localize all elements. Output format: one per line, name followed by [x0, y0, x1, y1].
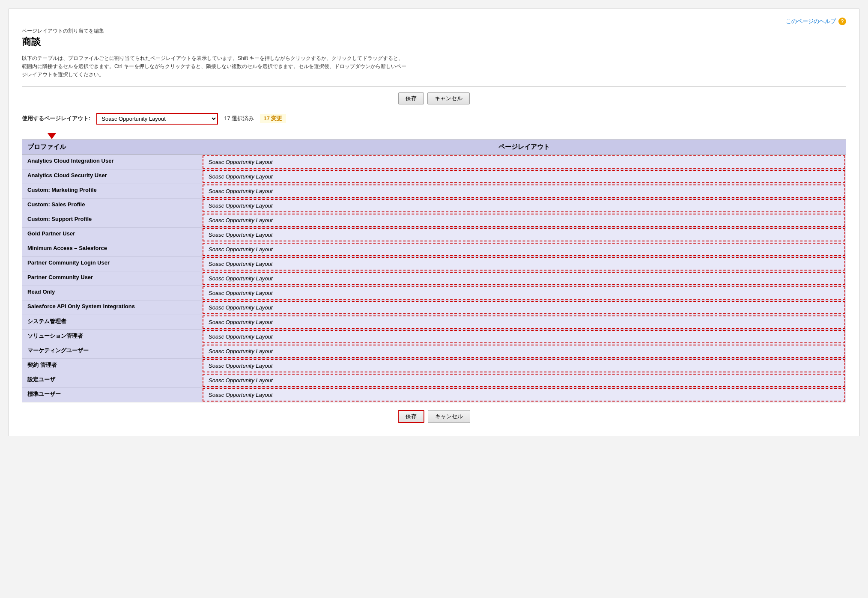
layout-selector-row: 使用するページレイアウト: Soasc Opportunity Layout 1… [22, 113, 846, 125]
table-row: Minimum Access – SalesforceSoasc Opportu… [22, 242, 846, 257]
cell-layout[interactable]: Soasc Opportunity Layout [203, 243, 845, 256]
table-row: Custom: Marketing ProfileSoasc Opportuni… [22, 184, 846, 199]
cell-layout[interactable]: Soasc Opportunity Layout [203, 155, 845, 169]
cancel-button-top[interactable]: キャンセル [427, 92, 470, 104]
cell-layout[interactable]: Soasc Opportunity Layout [203, 272, 845, 285]
header-layout: ページレイアウト [202, 140, 846, 155]
help-bar: このページのヘルプ ? [22, 18, 846, 25]
cell-profile[interactable]: システム管理者 [22, 315, 202, 329]
cell-profile[interactable]: 設定ユーザ [22, 373, 202, 387]
cell-profile[interactable]: Salesforce API Only System Integrations [22, 300, 202, 315]
cell-profile[interactable]: Custom: Sales Profile [22, 199, 202, 213]
help-icon[interactable]: ? [838, 18, 846, 25]
table-row: 標準ユーザーSoasc Opportunity Layout [22, 388, 846, 402]
table-body: Analytics Cloud Integration UserSoasc Op… [22, 155, 846, 402]
cell-profile[interactable]: Read Only [22, 286, 202, 300]
cell-profile[interactable]: Gold Partner User [22, 228, 202, 242]
layout-select-dropdown[interactable]: Soasc Opportunity Layout [97, 114, 217, 124]
cell-profile[interactable]: Analytics Cloud Security User [22, 170, 202, 184]
top-button-bar: 保存 キャンセル [22, 92, 846, 104]
cancel-button-bottom[interactable]: キャンセル [428, 410, 470, 423]
cell-layout[interactable]: Soasc Opportunity Layout [203, 257, 845, 271]
cell-profile[interactable]: Analytics Cloud Integration User [22, 155, 202, 169]
cell-layout[interactable]: Soasc Opportunity Layout [203, 301, 845, 314]
table-row: Partner Community UserSoasc Opportunity … [22, 271, 846, 286]
table-row: Partner Community Login UserSoasc Opport… [22, 257, 846, 271]
profile-layout-table: プロファイル ページレイアウト Analytics Cloud Integrat… [22, 139, 846, 402]
cell-profile[interactable]: 標準ユーザー [22, 388, 202, 402]
table-row: Gold Partner UserSoasc Opportunity Layou… [22, 228, 846, 242]
cell-layout[interactable]: Soasc Opportunity Layout [203, 199, 845, 212]
cell-profile[interactable]: Custom: Support Profile [22, 213, 202, 227]
cell-profile[interactable]: マーケティングユーザー [22, 344, 202, 358]
cell-layout[interactable]: Soasc Opportunity Layout [203, 374, 845, 387]
cell-profile[interactable]: Partner Community Login User [22, 257, 202, 271]
cell-layout[interactable]: Soasc Opportunity Layout [203, 345, 845, 358]
cell-profile[interactable]: Minimum Access – Salesforce [22, 242, 202, 256]
layout-select-wrapper: Soasc Opportunity Layout [96, 113, 218, 125]
cell-layout[interactable]: Soasc Opportunity Layout [203, 359, 845, 372]
page-description: 以下のテーブルは、プロファイルごとに割り当てられたページレイアウトを表示していま… [22, 54, 407, 79]
header-profile: プロファイル [22, 140, 202, 155]
table-row: Salesforce API Only System IntegrationsS… [22, 300, 846, 315]
table-row: ソリューション管理者Soasc Opportunity Layout [22, 330, 846, 344]
table-row: Analytics Cloud Integration UserSoasc Op… [22, 155, 846, 170]
cell-layout[interactable]: Soasc Opportunity Layout [203, 214, 845, 227]
table-header: プロファイル ページレイアウト [22, 140, 846, 155]
bottom-button-bar: 保存 キャンセル [22, 410, 846, 423]
cell-layout[interactable]: Soasc Opportunity Layout [203, 388, 845, 402]
page-title: 商談 [22, 36, 846, 48]
cell-profile[interactable]: Partner Community User [22, 271, 202, 286]
table-row: Analytics Cloud Security UserSoasc Oppor… [22, 170, 846, 184]
layout-selector-label: 使用するページレイアウト: [22, 115, 90, 122]
cell-profile[interactable]: Custom: Marketing Profile [22, 184, 202, 198]
save-button-bottom[interactable]: 保存 [398, 410, 424, 423]
cell-layout[interactable]: Soasc Opportunity Layout [203, 228, 845, 241]
cell-layout[interactable]: Soasc Opportunity Layout [203, 286, 845, 300]
page-container: このページのヘルプ ? ページレイアウトの割り当てを編集 商談 以下のテーブルは… [9, 9, 859, 436]
cell-layout[interactable]: Soasc Opportunity Layout [203, 330, 845, 343]
page-subtitle: ページレイアウトの割り当てを編集 [22, 27, 846, 35]
cell-profile[interactable]: 契約 管理者 [22, 359, 202, 373]
divider-top [22, 86, 846, 86]
cell-layout[interactable]: Soasc Opportunity Layout [203, 170, 845, 183]
changed-count-badge: 17 変更 [260, 114, 286, 123]
table-row: Custom: Sales ProfileSoasc Opportunity L… [22, 199, 846, 213]
table-row: 契約 管理者Soasc Opportunity Layout [22, 359, 846, 373]
cell-layout[interactable]: Soasc Opportunity Layout [203, 184, 845, 198]
arrow-indicator [48, 133, 56, 139]
table-row: システム管理者Soasc Opportunity Layout [22, 315, 846, 330]
table-row: 設定ユーザSoasc Opportunity Layout [22, 373, 846, 388]
table-row: Custom: Support ProfileSoasc Opportunity… [22, 213, 846, 228]
selected-count-badge: 17 選択済み [224, 115, 254, 122]
table-row: Read OnlySoasc Opportunity Layout [22, 286, 846, 300]
cell-profile[interactable]: ソリューション管理者 [22, 330, 202, 344]
help-link[interactable]: このページのヘルプ [786, 18, 836, 25]
save-button-top[interactable]: 保存 [398, 92, 424, 104]
cell-layout[interactable]: Soasc Opportunity Layout [203, 315, 845, 329]
table-row: マーケティングユーザーSoasc Opportunity Layout [22, 344, 846, 359]
